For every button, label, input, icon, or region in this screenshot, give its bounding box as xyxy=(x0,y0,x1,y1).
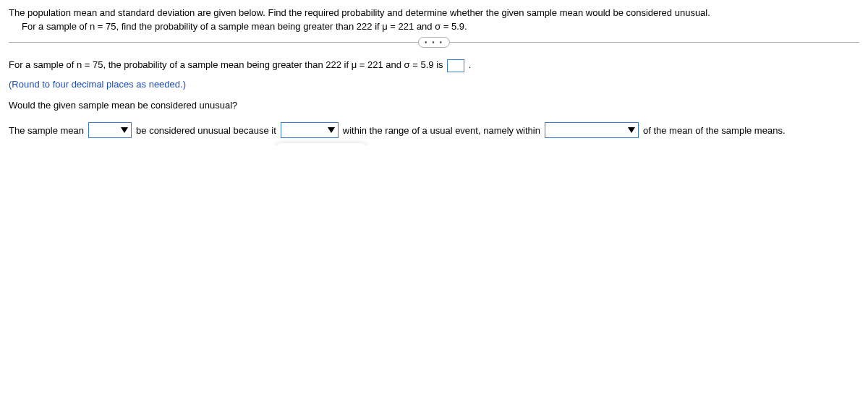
question-line-2: For a sample of n = 75, find the probabi… xyxy=(22,21,859,32)
fill-text-1: The sample mean xyxy=(9,125,84,136)
dropdown-2-menu: does not lie lies xyxy=(278,143,365,145)
unusual-question: Would the given sample mean be considere… xyxy=(9,100,859,111)
fill-text-3: within the range of a usual event, namel… xyxy=(343,125,540,136)
chevron-down-icon xyxy=(328,127,335,133)
chevron-down-icon xyxy=(121,127,128,133)
chevron-down-icon xyxy=(628,127,635,133)
dropdown-3[interactable] xyxy=(545,122,639,138)
fill-text-4: of the mean of the sample means. xyxy=(643,125,786,136)
question-line-1: The population mean and standard deviati… xyxy=(9,7,859,18)
probability-input[interactable] xyxy=(447,59,464,72)
answer-period: . xyxy=(469,59,472,70)
dropdown-1[interactable] xyxy=(88,122,132,138)
expand-pill[interactable]: • • • xyxy=(418,37,450,48)
rounding-note: (Round to four decimal places as needed.… xyxy=(9,79,859,90)
answer-prompt: For a sample of n = 75, the probability … xyxy=(9,59,446,70)
section-divider: • • • xyxy=(9,42,859,43)
dropdown-2[interactable]: does not lie lies xyxy=(281,122,339,138)
fill-text-2: be considered unusual because it xyxy=(136,125,276,136)
